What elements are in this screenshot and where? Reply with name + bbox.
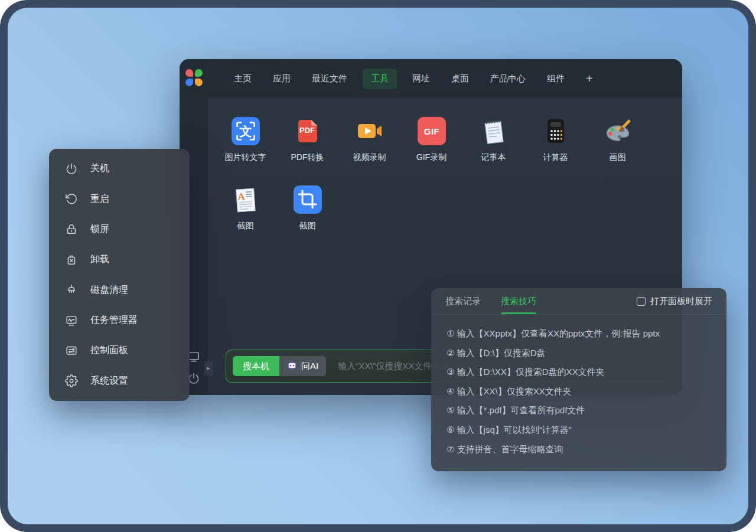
menu-item-system-settings[interactable]: 系统设置: [49, 366, 190, 396]
crop-icon: [294, 185, 322, 214]
gear-icon: [65, 374, 78, 387]
tab-urls[interactable]: 网址: [412, 73, 430, 84]
tool-video-record[interactable]: 视频录制: [338, 117, 400, 163]
search-local-button[interactable]: 搜本机: [233, 356, 279, 376]
menu-item-lock-screen[interactable]: 锁屏: [49, 214, 190, 244]
tool-grid-row2: A截图截图: [214, 185, 338, 231]
tab-apps[interactable]: 应用: [273, 73, 291, 84]
tool-label: 画图: [610, 152, 626, 163]
menu-item-shutdown[interactable]: 关机: [49, 154, 190, 184]
tool-label: 记事本: [481, 152, 506, 163]
tool-notepad[interactable]: 记事本: [462, 117, 524, 163]
ask-ai-label: 问AI: [301, 361, 318, 372]
search-tip: ③ 输入【D:\XX】仅搜索D盘的XX文件夹: [447, 363, 711, 382]
tab-recent-files[interactable]: 最近文件: [312, 73, 347, 84]
tab-product-center[interactable]: 产品中心: [490, 73, 526, 84]
tool-grid-row1: 文图片转文字PDFPDF转换视频录制GIFGIF录制记事本计算器画图: [214, 117, 649, 163]
tool-paint[interactable]: 画图: [586, 117, 649, 163]
img-to-text-icon: 文: [232, 117, 260, 145]
tool-gif-record[interactable]: GIFGIF录制: [400, 117, 462, 163]
svg-text:文: 文: [239, 125, 252, 138]
notepad-icon: [480, 117, 508, 145]
broom-icon: [65, 283, 78, 296]
restart-icon: [65, 192, 78, 205]
search-tip: ① 输入【XXpptx】仅查看XX的pptx文件，例:报告 pptx: [447, 324, 711, 344]
svg-text:PDF: PDF: [299, 126, 315, 135]
power-context-menu: 关机重启锁屏卸载磁盘清理任务管理器控制面板系统设置: [49, 149, 190, 401]
expand-on-open-label: 打开面板时展开: [650, 296, 712, 307]
logo-petal: [185, 69, 193, 77]
expand-on-open-option[interactable]: 打开面板时展开: [637, 296, 712, 307]
menu-item-label: 任务管理器: [90, 314, 138, 327]
search-tips-panel: 搜索记录搜索技巧 打开面板时展开 ① 输入【XXpptx】仅查看XX的pptx文…: [431, 288, 726, 471]
svg-text:A: A: [237, 191, 245, 203]
search-tip: ⑤ 输入【*.pdf】可查看所有pdf文件: [447, 401, 711, 420]
tool-label: 截图: [299, 221, 316, 231]
wordpad-icon: A: [232, 185, 260, 214]
menu-item-label: 控制面板: [90, 344, 128, 357]
menu-item-disk-cleanup[interactable]: 磁盘清理: [49, 275, 190, 305]
search-tip: ② 输入【D:\】仅搜索D盘: [447, 344, 711, 363]
tab-widgets[interactable]: 组件: [547, 73, 565, 84]
menu-item-uninstall[interactable]: 卸载: [49, 244, 190, 275]
tab-desktop[interactable]: 桌面: [451, 73, 469, 84]
tool-image-to-text[interactable]: 文图片转文字: [214, 117, 276, 163]
logo-petal: [195, 69, 203, 77]
tool-label: 视频录制: [353, 152, 386, 163]
menu-item-restart[interactable]: 重启: [49, 184, 190, 214]
tips-panel-header: 搜索记录搜索技巧 打开面板时展开: [431, 288, 726, 315]
tool-label: 图片转文字: [225, 152, 266, 163]
tips-list: ① 输入【XXpptx】仅查看XX的pptx文件，例:报告 pptx② 输入【D…: [431, 315, 726, 459]
search-tip: ④ 输入【XX\】仅搜索XX文件夹: [447, 382, 711, 402]
tool-pdf-convert[interactable]: PDFPDF转换: [276, 117, 338, 163]
paint-icon: [604, 117, 632, 145]
menu-item-task-manager[interactable]: 任务管理器: [49, 305, 190, 335]
robot-icon: [287, 360, 297, 372]
search-tip: ⑥ 输入【jsq】可以找到“计算器”: [447, 420, 711, 440]
collapse-handle[interactable]: ▶: [204, 361, 213, 376]
gif-icon: GIF: [418, 117, 446, 145]
pdf-icon: PDF: [294, 117, 322, 145]
checkbox-icon[interactable]: [637, 297, 646, 306]
panel-tab-search-tips[interactable]: 搜索技巧: [501, 288, 536, 314]
menu-item-label: 锁屏: [90, 223, 109, 236]
tab-add-button[interactable]: +: [586, 72, 593, 86]
menu-item-label: 卸载: [90, 253, 109, 266]
logo-petal: [185, 79, 193, 86]
tool-label: GIF录制: [416, 152, 447, 163]
menu-item-control-panel[interactable]: 控制面板: [49, 335, 190, 365]
panel-tab-search-history[interactable]: 搜索记录: [445, 288, 481, 314]
calculator-icon: [542, 117, 570, 145]
svg-text:GIF: GIF: [423, 126, 439, 136]
lock-icon: [65, 223, 78, 236]
menu-item-label: 磁盘清理: [90, 284, 128, 296]
trash-x-icon: [65, 253, 78, 266]
ask-ai-button[interactable]: 问AI: [279, 356, 326, 376]
tool-calculator[interactable]: 计算器: [524, 117, 586, 163]
search-tip: ⑦ 支持拼音、首字母缩略查询: [447, 440, 711, 459]
tool-screenshot-crop[interactable]: 截图: [276, 185, 338, 231]
screen: 主页应用最近文件工具网址桌面产品中心组件+ 文图片转文字PDFPDF转换视频录制…: [0, 0, 756, 532]
tab-tools[interactable]: 工具: [363, 68, 397, 89]
video-icon: [356, 117, 384, 145]
task-monitor-icon: [65, 314, 78, 327]
menu-item-label: 重启: [90, 193, 109, 205]
tool-screenshot-doc[interactable]: A截图: [214, 185, 276, 231]
tool-label: 计算器: [543, 152, 568, 163]
tool-label: 截图: [237, 221, 254, 231]
tool-label: PDF转换: [291, 152, 324, 163]
sliders-icon: [65, 344, 78, 357]
power-icon: [65, 162, 78, 175]
logo-petal: [195, 79, 203, 86]
tab-home[interactable]: 主页: [234, 73, 252, 84]
menu-item-label: 系统设置: [90, 375, 128, 387]
app-logo-icon[interactable]: [185, 69, 203, 86]
tab-bar: 主页应用最近文件工具网址桌面产品中心组件+: [208, 59, 682, 99]
menu-item-label: 关机: [90, 162, 109, 175]
